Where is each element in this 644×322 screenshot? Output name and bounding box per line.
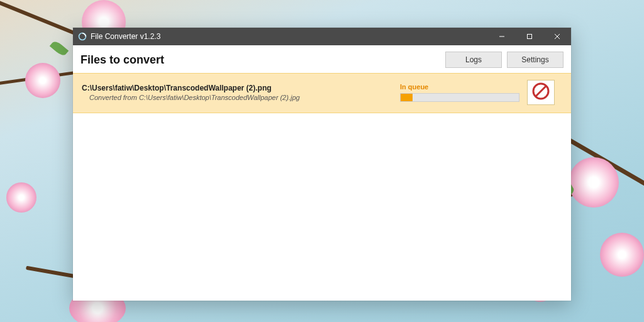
source-prefix: Converted from [89,94,139,101]
cancel-icon [531,82,550,103]
window-title: File Converter v1.2.3 [91,32,488,41]
titlebar: File Converter v1.2.3 [73,28,571,45]
header: Files to convert Logs Settings [73,45,571,73]
close-button[interactable] [543,28,571,45]
page-title: Files to convert [80,53,440,67]
app-window: File Converter v1.2.3 Files to convert L… [73,28,571,301]
progress-fill [401,94,413,101]
logs-button[interactable]: Logs [445,52,502,68]
cancel-button[interactable] [527,80,555,105]
conversion-item: C:\Users\fatiw\Desktop\TranscodedWallpap… [73,73,571,113]
progress-bar [400,93,519,102]
app-icon [78,32,87,41]
minimize-button[interactable] [488,28,516,45]
settings-button[interactable]: Settings [507,52,564,68]
source-path: C:\Users\fatiw\Desktop\TranscodedWallpap… [139,94,300,101]
item-paths: C:\Users\fatiw\Desktop\TranscodedWallpap… [82,84,392,101]
maximize-button[interactable] [516,28,543,45]
target-path: C:\Users\fatiw\Desktop\TranscodedWallpap… [82,84,392,92]
status-label: In queue [400,83,519,91]
svg-line-6 [536,86,547,97]
svg-rect-2 [528,35,532,39]
status-column: In queue [400,83,519,102]
source-path-line: Converted from C:\Users\fatiw\Desktop\Tr… [82,94,392,101]
conversion-list: C:\Users\fatiw\Desktop\TranscodedWallpap… [73,73,571,113]
